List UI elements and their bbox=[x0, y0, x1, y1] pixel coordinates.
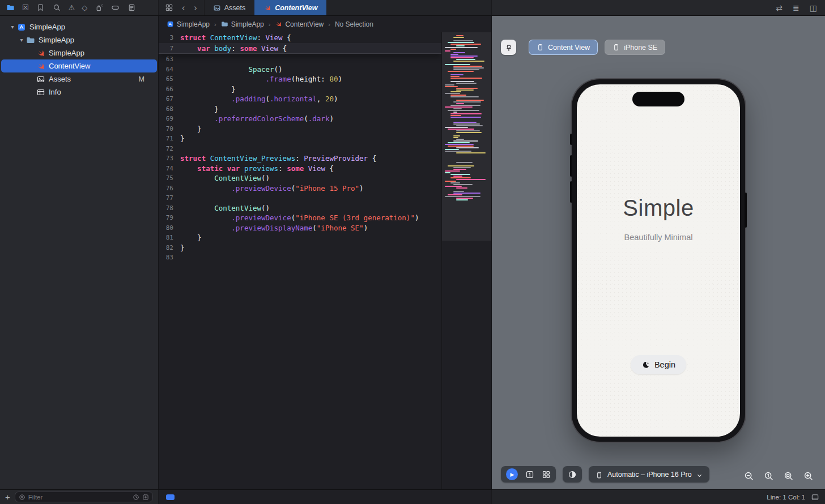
code-line-71[interactable]: 71} bbox=[159, 134, 441, 144]
folder-icon bbox=[26, 36, 35, 45]
navigator-debug-icon[interactable] bbox=[94, 3, 104, 12]
filter-field[interactable] bbox=[15, 492, 153, 502]
code-line-3[interactable]: 3struct ContentView: View { bbox=[159, 32, 441, 43]
table-icon bbox=[36, 88, 45, 97]
code-line-64[interactable]: 64 Spacer() bbox=[159, 65, 441, 75]
code-line-79[interactable]: 79 .previewDevice("iPhone SE (3rd genera… bbox=[159, 213, 441, 223]
navigator-bookmarks-icon[interactable] bbox=[36, 3, 45, 12]
zoom-actual-size-button[interactable] bbox=[764, 471, 774, 481]
power-button bbox=[745, 193, 747, 228]
preview-mode-iphone-se[interactable]: iPhone SE bbox=[605, 40, 665, 55]
breakpoint-indicator[interactable] bbox=[166, 494, 175, 500]
color-scheme-icon[interactable] bbox=[568, 470, 577, 479]
back-button[interactable]: ‹ bbox=[181, 3, 186, 13]
breadcrumb-selection[interactable]: No Selection bbox=[335, 20, 373, 28]
editor-layout-icon[interactable] bbox=[811, 493, 819, 501]
status-bar: Line: 1 Col: 1 bbox=[492, 490, 825, 504]
code-line-69[interactable]: 69 .preferredColorScheme(.dark) bbox=[159, 114, 441, 124]
navigator-project-icon[interactable] bbox=[6, 3, 15, 12]
zoom-in-button[interactable] bbox=[803, 471, 814, 481]
navigator-issues-icon[interactable]: ⚠ bbox=[69, 4, 75, 11]
sidebar-item-label: SimpleApp bbox=[49, 49, 84, 57]
code-line-80[interactable]: 80 .previewDisplayName("iPhone SE") bbox=[159, 223, 441, 233]
code-text: .previewDevice("iPhone SE (3rd generatio… bbox=[180, 213, 419, 223]
navigator-changes-icon[interactable]: ☒ bbox=[22, 4, 29, 11]
zoom-to-fit-button[interactable] bbox=[784, 471, 794, 481]
selected-variant-icon[interactable] bbox=[525, 470, 534, 479]
sidebar-item-simpleapp[interactable]: ▾SimpleApp bbox=[1, 20, 157, 33]
code-line-65[interactable]: 65 .frame(height: 80) bbox=[159, 74, 441, 84]
code-line-76[interactable]: 76 .previewDevice("iPhone 15 Pro") bbox=[159, 183, 441, 194]
code-line-68[interactable]: 68 } bbox=[159, 104, 441, 114]
breadcrumb-group[interactable]: SimpleApp bbox=[221, 20, 264, 28]
line-number: 82 bbox=[159, 243, 180, 253]
breadcrumb-project[interactable]: SimpleApp bbox=[167, 20, 210, 28]
filter-input[interactable] bbox=[28, 494, 130, 501]
sidebar-item-simpleapp[interactable]: ▾SimpleApp bbox=[1, 33, 157, 46]
app-subtitle-text: Beautifully Minimal bbox=[577, 233, 740, 242]
inspector-toggle-icon[interactable]: ◫ bbox=[810, 4, 817, 12]
code-line-78[interactable]: 78 ContentView() bbox=[159, 203, 441, 213]
line-number: 67 bbox=[159, 94, 180, 104]
code-line-74[interactable]: 74 static var previews: some View { bbox=[159, 164, 441, 174]
forward-button[interactable]: › bbox=[193, 3, 198, 13]
disclosure-triangle-icon[interactable]: ▾ bbox=[17, 37, 26, 43]
code-line-72[interactable]: 72 bbox=[159, 144, 441, 154]
sidebar-item-simpleapp[interactable]: SimpleApp bbox=[1, 46, 157, 59]
navigator-reports-icon[interactable] bbox=[127, 3, 137, 12]
device-selector-label: Automatic – iPhone 16 Pro bbox=[607, 471, 692, 479]
preview-mode-content-view[interactable]: Content View bbox=[529, 40, 598, 55]
line-number: 72 bbox=[159, 144, 180, 154]
code-line-7[interactable]: 7 var body: some View { bbox=[159, 43, 441, 54]
add-file-button[interactable]: + bbox=[5, 493, 10, 501]
disclosure-triangle-icon[interactable]: ▾ bbox=[8, 24, 17, 30]
related-items-grid-icon[interactable] bbox=[164, 3, 174, 12]
swift-icon bbox=[263, 4, 271, 12]
code-line-82[interactable]: 82} bbox=[159, 243, 441, 253]
sidebar-item-assets[interactable]: AssetsM bbox=[1, 72, 157, 86]
breadcrumb-file[interactable]: ContentView bbox=[275, 20, 324, 28]
tab-assets[interactable]: Assets bbox=[204, 0, 255, 15]
swap-editors-icon[interactable]: ⇄ bbox=[776, 4, 783, 12]
breadcrumb-label: SimpleApp bbox=[177, 20, 210, 28]
sidebar-item-info[interactable]: Info bbox=[1, 86, 157, 99]
pin-icon bbox=[504, 43, 513, 52]
navigator-tests-icon[interactable]: ◇ bbox=[82, 4, 87, 11]
photo-icon bbox=[36, 75, 45, 84]
tab-contentview[interactable]: ContentView bbox=[254, 0, 326, 15]
pin-preview-button[interactable] bbox=[501, 40, 516, 55]
device-selector[interactable]: Automatic – iPhone 16 Pro bbox=[589, 466, 709, 482]
code-line-66[interactable]: 66 } bbox=[159, 84, 441, 95]
swift-icon bbox=[36, 49, 45, 58]
editor-list-icon[interactable]: ≣ bbox=[793, 4, 800, 12]
sidebar-item-contentview[interactable]: ContentView bbox=[1, 59, 157, 72]
code-line-75[interactable]: 75 ContentView() bbox=[159, 173, 441, 183]
code-line-67[interactable]: 67 .padding(.horizontal, 20) bbox=[159, 94, 441, 104]
minimap[interactable] bbox=[441, 32, 491, 489]
code-line-73[interactable]: 73struct ContentView_Previews: PreviewPr… bbox=[159, 153, 441, 164]
line-number: 3 bbox=[159, 32, 180, 43]
line-number: 76 bbox=[159, 183, 180, 194]
navigator-find-icon[interactable] bbox=[52, 3, 62, 12]
code-text: } bbox=[180, 84, 236, 95]
toolbar: ☒ ⚠ ◇ ‹ › Assets ContentView bbox=[0, 0, 825, 16]
code-line-81[interactable]: 81 } bbox=[159, 233, 441, 243]
variants-grid-icon[interactable] bbox=[542, 470, 551, 479]
project-navigator: ▾SimpleApp▾SimpleAppSimpleAppContentView… bbox=[0, 16, 159, 489]
live-preview-play-button[interactable]: ▶ bbox=[506, 468, 518, 480]
code-line-70[interactable]: 70 } bbox=[159, 124, 441, 134]
code-text: static var previews: some View { bbox=[180, 164, 334, 174]
photo-icon bbox=[213, 4, 221, 12]
modified-badge: M bbox=[139, 75, 144, 83]
code-text: ContentView() bbox=[180, 203, 270, 213]
filter-add-icon[interactable] bbox=[142, 494, 149, 501]
source-editor[interactable]: 3struct ContentView: View {7 var body: s… bbox=[159, 32, 441, 489]
begin-button[interactable]: Begin bbox=[631, 355, 686, 374]
navigator-breakpoints-icon[interactable] bbox=[110, 3, 120, 12]
zoom-out-button[interactable] bbox=[744, 471, 754, 481]
code-line-83[interactable]: 83 bbox=[159, 253, 441, 263]
device-icon bbox=[596, 471, 603, 478]
code-line-63[interactable]: 63 bbox=[159, 54, 441, 65]
code-line-77[interactable]: 77 bbox=[159, 193, 441, 203]
recent-files-icon[interactable] bbox=[133, 494, 139, 501]
